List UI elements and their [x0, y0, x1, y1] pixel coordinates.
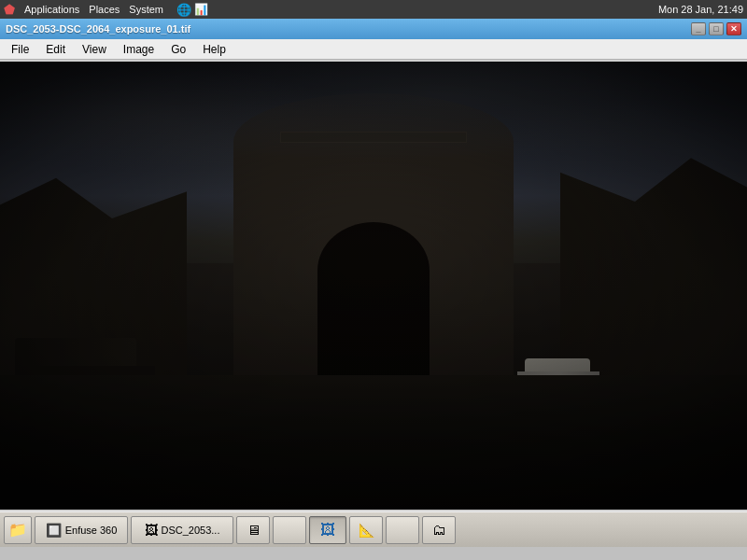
edit-menu[interactable]: Edit: [38, 41, 73, 58]
applications-menu[interactable]: Applications: [21, 4, 83, 15]
file-menu[interactable]: File: [4, 41, 36, 58]
panoramic-scene: [0, 62, 747, 510]
dsc-icon: 🖼: [145, 523, 158, 538]
close-button[interactable]: ✕: [726, 22, 741, 35]
street: [0, 375, 747, 510]
taskbar-blank-1[interactable]: [273, 516, 306, 544]
window-title: DSC_2053-DSC_2064_exposure_01.tif: [6, 23, 190, 35]
taskbar-files[interactable]: 🗂: [422, 516, 456, 544]
dsc-label: DSC_2053...: [162, 525, 220, 536]
central-building: [233, 93, 514, 416]
view-menu[interactable]: View: [75, 41, 114, 58]
places-menu[interactable]: Places: [85, 4, 123, 15]
system-tray: Mon 28 Jan, 21:49: [658, 4, 743, 15]
export-icon: 📐: [359, 523, 374, 538]
taskbar-export[interactable]: 📐: [349, 516, 383, 544]
go-menu[interactable]: Go: [163, 41, 193, 58]
minimize-button[interactable]: _: [691, 22, 706, 35]
building-banner: [280, 132, 467, 143]
taskbar-display[interactable]: 🖥: [236, 516, 270, 544]
os-logo-icon: ⬟: [4, 2, 15, 17]
files-icon: 🗂: [432, 522, 446, 538]
window-titlebar: DSC_2053-DSC_2064_exposure_01.tif _ □ ✕: [0, 19, 747, 39]
enfuse-label: Enfuse 360: [65, 525, 118, 536]
window-controls: _ □ ✕: [691, 22, 741, 35]
taskbar-file-manager[interactable]: 📁: [4, 516, 32, 544]
taskbar-dsc-image[interactable]: 🖼 DSC_2053...: [131, 516, 233, 544]
network-icon: 🌐: [176, 3, 191, 17]
file-manager-icon: 📁: [8, 521, 27, 539]
system-menu[interactable]: System: [125, 4, 167, 15]
audio-icon: 📊: [194, 3, 208, 16]
system-menu-bar: Applications Places System: [21, 4, 167, 15]
taskbar-blank-2[interactable]: [386, 516, 419, 544]
menu-bar: File Edit View Image Go Help: [0, 39, 747, 60]
system-bar: ⬟ Applications Places System 🌐 📊 Mon 28 …: [0, 0, 747, 19]
monitor-icon: 🖥: [247, 522, 261, 538]
help-menu[interactable]: Help: [195, 41, 233, 58]
maximize-button[interactable]: □: [709, 22, 724, 35]
taskbar-enfuse360[interactable]: 🔲 Enfuse 360: [35, 516, 128, 544]
image-menu[interactable]: Image: [116, 41, 162, 58]
taskbar: 📁 🔲 Enfuse 360 🖼 DSC_2053... 🖥 🖼 📐 🗂: [0, 511, 747, 547]
enfuse-icon: 🔲: [46, 523, 62, 538]
taskbar-viewer-active[interactable]: 🖼: [309, 516, 346, 544]
clock-display: Mon 28 Jan, 21:49: [658, 4, 743, 15]
image-display-area: [0, 60, 747, 511]
viewer-icon: 🖼: [320, 522, 335, 539]
